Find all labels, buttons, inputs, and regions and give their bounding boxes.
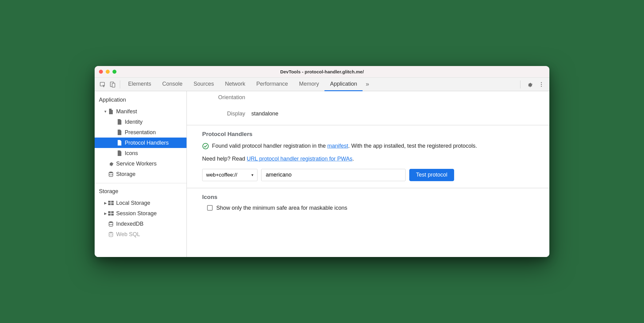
- sidebar-item-service-workers[interactable]: Service Workers: [95, 158, 187, 169]
- gear-icon[interactable]: [525, 80, 535, 89]
- gear-icon: [108, 160, 114, 167]
- sidebar-item-label: Session Storage: [116, 210, 157, 217]
- svg-rect-7: [108, 201, 111, 203]
- checkbox-label: Show only the minimum safe area for mask…: [216, 205, 347, 211]
- main-panel: Orientation Display standalone Protocol …: [187, 91, 549, 257]
- table-icon: [108, 210, 114, 217]
- protocol-path-input[interactable]: [261, 169, 406, 181]
- sidebar-item-icons[interactable]: Icons: [95, 148, 187, 158]
- status-text-pre: Found valid protocol handler registratio…: [212, 143, 327, 149]
- file-icon: [116, 150, 123, 157]
- sidebar-item-identity[interactable]: Identity: [95, 117, 187, 127]
- sidebar-section-storage: Storage: [95, 186, 187, 198]
- protocol-handlers-help: Need help? Read URL protocol handler reg…: [187, 155, 549, 163]
- devtools-window: DevTools - protocol-handler.glitch.me/ E…: [95, 66, 549, 257]
- sidebar-item-label: Storage: [116, 171, 135, 177]
- help-text-pre: Need help? Read: [202, 156, 247, 162]
- protocol-handlers-heading: Protocol Handlers: [187, 125, 549, 142]
- protocol-handlers-status: Found valid protocol handler registratio…: [187, 142, 549, 150]
- titlebar: DevTools - protocol-handler.glitch.me/: [95, 66, 549, 78]
- svg-rect-8: [111, 201, 114, 203]
- file-icon: [116, 119, 123, 125]
- traffic-lights: [99, 70, 116, 74]
- sidebar-item-local-storage[interactable]: ▶ Local Storage: [95, 198, 187, 208]
- tabs-overflow-icon[interactable]: »: [363, 78, 372, 91]
- sidebar-item-manifest[interactable]: ▼ Manifest: [95, 106, 187, 117]
- sidebar-item-indexeddb[interactable]: IndexedDB: [95, 219, 187, 229]
- svg-rect-12: [111, 211, 114, 213]
- tab-sources[interactable]: Sources: [188, 78, 219, 91]
- help-text-post: .: [352, 156, 354, 162]
- sidebar-item-label: Manifest: [116, 108, 137, 115]
- database-icon: [108, 231, 114, 238]
- tab-memory[interactable]: Memory: [293, 78, 324, 91]
- sidebar-item-session-storage[interactable]: ▶ Session Storage: [95, 208, 187, 219]
- sidebar-divider: [95, 183, 187, 183]
- svg-rect-11: [108, 211, 111, 213]
- svg-rect-2: [112, 83, 115, 87]
- svg-point-4: [541, 84, 542, 85]
- toolbar-divider: [520, 80, 520, 88]
- protocol-handlers-section: Protocol Handlers Found valid protocol h…: [187, 125, 549, 188]
- sidebar-item-presentation[interactable]: Presentation: [95, 127, 187, 138]
- display-label: Display: [187, 111, 251, 117]
- tab-application[interactable]: Application: [324, 78, 363, 91]
- minimize-window-button[interactable]: [106, 70, 110, 74]
- svg-point-3: [541, 82, 542, 83]
- chevron-right-icon: ▶: [103, 212, 108, 216]
- sidebar-item-label: Identity: [125, 119, 143, 125]
- sidebar-item-label: Presentation: [125, 129, 156, 136]
- sidebar-item-label: Protocol Handlers: [125, 140, 169, 146]
- svg-rect-0: [100, 82, 104, 86]
- svg-rect-9: [108, 203, 111, 205]
- device-toggle-icon[interactable]: [108, 80, 117, 89]
- manifest-link[interactable]: manifest: [327, 143, 348, 149]
- test-protocol-button[interactable]: Test protocol: [409, 169, 454, 181]
- sidebar-item-label: Service Workers: [116, 161, 157, 167]
- display-value: standalone: [251, 111, 278, 117]
- orientation-row: Orientation: [187, 91, 549, 102]
- manifest-presentation-section: Orientation Display standalone: [187, 91, 549, 125]
- file-icon: [116, 129, 123, 136]
- icons-section: Icons Show only the minimum safe area fo…: [187, 188, 549, 218]
- orientation-label: Orientation: [187, 94, 251, 101]
- toolbar-divider: [120, 80, 120, 88]
- status-text-post: . With the app installed, test the regis…: [348, 143, 477, 149]
- inspect-element-icon[interactable]: [98, 80, 108, 89]
- svg-point-15: [109, 221, 113, 223]
- help-link[interactable]: URL protocol handler registration for PW…: [247, 156, 352, 162]
- file-icon: [108, 108, 114, 115]
- table-icon: [108, 200, 114, 206]
- application-sidebar: Application ▼ Manifest Identity: [95, 91, 187, 257]
- checkbox-icon[interactable]: [207, 205, 213, 211]
- sidebar-item-protocol-handlers[interactable]: Protocol Handlers: [95, 138, 187, 148]
- kebab-menu-icon[interactable]: [536, 80, 546, 89]
- sidebar-section-application: Application: [95, 94, 187, 106]
- sidebar-item-storage[interactable]: Storage: [95, 169, 187, 179]
- scheme-select[interactable]: web+coffee:// ▼: [202, 169, 257, 181]
- maskable-icons-option[interactable]: Show only the minimum safe area for mask…: [187, 205, 549, 211]
- tab-elements[interactable]: Elements: [123, 78, 157, 91]
- zoom-window-button[interactable]: [112, 70, 116, 74]
- tab-network[interactable]: Network: [219, 78, 251, 91]
- tab-console[interactable]: Console: [157, 78, 188, 91]
- chevron-down-icon: ▼: [251, 173, 254, 177]
- devtools-toolbar: Elements Console Sources Network Perform…: [95, 78, 549, 91]
- database-icon: [108, 171, 114, 177]
- svg-point-6: [109, 172, 113, 173]
- svg-rect-10: [111, 203, 114, 205]
- sidebar-item-websql[interactable]: Web SQL: [95, 229, 187, 239]
- sidebar-item-label: Web SQL: [116, 231, 140, 238]
- chevron-right-icon: ▶: [103, 201, 108, 205]
- sidebar-item-label: Icons: [125, 150, 138, 157]
- svg-point-16: [109, 232, 113, 233]
- protocol-test-controls: web+coffee:// ▼ Test protocol: [187, 163, 549, 181]
- tab-performance[interactable]: Performance: [251, 78, 293, 91]
- checkmark-circle-icon: [202, 143, 209, 150]
- close-window-button[interactable]: [99, 70, 103, 74]
- display-row: Display standalone: [187, 102, 549, 118]
- content-area: Application ▼ Manifest Identity: [95, 91, 549, 257]
- icons-heading: Icons: [187, 188, 549, 205]
- chevron-down-icon: ▼: [103, 110, 108, 113]
- file-icon: [116, 139, 123, 146]
